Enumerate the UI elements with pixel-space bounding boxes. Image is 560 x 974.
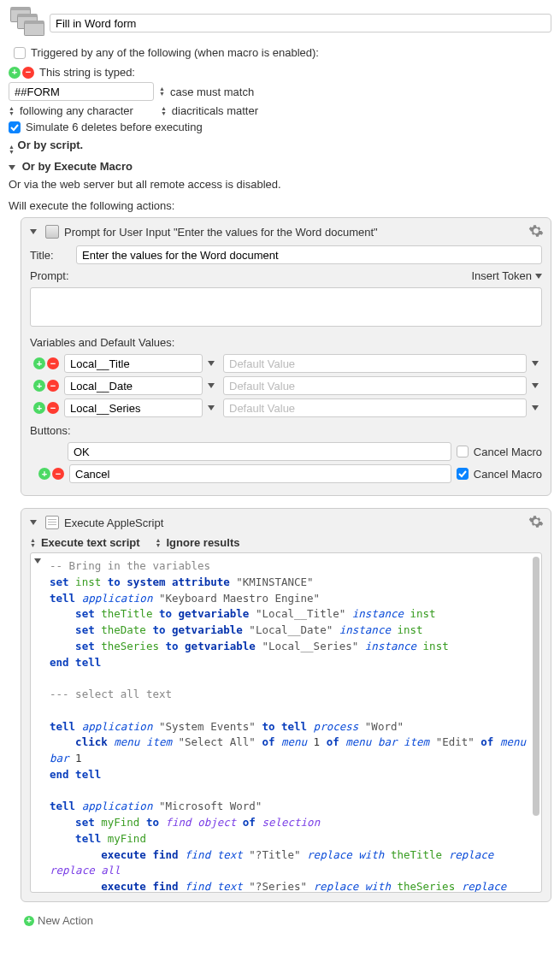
prompt-action: Prompt for User Input "Enter the values …	[21, 217, 551, 496]
cancel-macro-label-1: Cancel Macro	[474, 468, 542, 481]
following-selector[interactable]: ▲▼	[9, 106, 15, 116]
prompt-header: Prompt for User Input "Enter the values …	[64, 226, 378, 239]
button-add-remove-1[interactable]: +−	[38, 468, 64, 480]
script-action: Execute AppleScript ▲▼ Execute text scri…	[21, 508, 551, 902]
or-execute-macro-label: Or by Execute Macro	[22, 160, 133, 173]
var-value-dropdown-2[interactable]	[532, 405, 539, 410]
new-action-label: New Action	[38, 914, 93, 927]
or-script-selector[interactable]: ▲▼	[9, 145, 15, 155]
triggered-label: Triggered by any of the following (when …	[31, 46, 319, 59]
cancel-macro-checkbox-1[interactable]	[457, 468, 469, 480]
case-match-label: case must match	[170, 86, 254, 98]
new-action-button[interactable]: + New Action	[24, 914, 551, 927]
var-name-dropdown-0[interactable]	[208, 361, 215, 366]
var-value-1[interactable]	[223, 376, 527, 395]
trigger-string-field[interactable]	[9, 82, 154, 101]
var-value-dropdown-1[interactable]	[532, 383, 539, 388]
case-match-selector[interactable]: ▲▼	[159, 86, 165, 97]
insert-token-button[interactable]: Insert Token	[471, 269, 542, 282]
cancel-macro-checkbox-0[interactable]	[457, 446, 469, 457]
prompt-text-field[interactable]	[30, 287, 542, 327]
plus-icon[interactable]: +	[9, 67, 21, 79]
button-label-1[interactable]	[69, 464, 451, 483]
simulate-deletes-checkbox[interactable]	[9, 121, 21, 133]
title-label: Title:	[30, 249, 69, 262]
or-script-label: Or by script.	[18, 139, 84, 151]
add-remove-trigger[interactable]: + −	[9, 67, 34, 79]
script-header: Execute AppleScript	[64, 517, 163, 529]
triggered-checkbox[interactable]	[14, 47, 26, 59]
simulate-deletes-label: Simulate 6 deletes before executing	[26, 121, 203, 133]
script-mode-selector[interactable]: ▲▼	[30, 538, 36, 548]
gear-icon[interactable]	[528, 223, 544, 239]
var-name-dropdown-1[interactable]	[208, 383, 215, 388]
diacriticals-selector[interactable]: ▲▼	[161, 106, 167, 116]
gear-icon[interactable]	[528, 514, 544, 529]
var-value-dropdown-0[interactable]	[532, 361, 539, 366]
script-mode-label: Execute text script	[41, 536, 140, 549]
or-execute-macro-chevron[interactable]	[9, 165, 15, 170]
will-execute-label: Will execute the following actions:	[9, 199, 174, 212]
buttons-label: Buttons:	[30, 424, 542, 437]
var-name-1[interactable]	[64, 376, 203, 395]
script-icon	[45, 516, 59, 529]
var-name-0[interactable]	[64, 354, 203, 373]
cancel-macro-label-0: Cancel Macro	[474, 446, 542, 458]
prompt-label: Prompt:	[30, 269, 69, 282]
following-label: following any character	[20, 104, 133, 117]
collapse-chevron[interactable]	[30, 520, 37, 525]
var-name-2[interactable]	[64, 398, 203, 417]
button-label-0[interactable]	[68, 442, 451, 461]
plus-icon: +	[24, 916, 34, 926]
script-text[interactable]: -- Bring in the variables set inst to sy…	[30, 552, 542, 893]
var-value-2[interactable]	[223, 398, 527, 417]
scrollbar[interactable]	[533, 557, 539, 888]
or-web-label: Or via the web server but all remote acc…	[9, 178, 281, 191]
collapse-chevron[interactable]	[30, 229, 37, 234]
macro-name-field[interactable]	[50, 14, 551, 32]
script-results-selector[interactable]: ▲▼	[156, 538, 162, 548]
macro-icon	[9, 5, 44, 41]
var-add-remove-1[interactable]: +−	[33, 380, 59, 392]
minus-icon[interactable]: −	[22, 67, 34, 79]
var-add-remove-2[interactable]: +−	[33, 402, 59, 414]
var-add-remove-0[interactable]: +−	[33, 357, 59, 369]
var-value-0[interactable]	[223, 354, 527, 373]
var-name-dropdown-2[interactable]	[208, 405, 215, 410]
script-fold-chevron[interactable]	[34, 558, 41, 564]
title-field[interactable]	[76, 245, 542, 264]
script-results-label: Ignore results	[166, 536, 239, 549]
string-typed-label: This string is typed:	[39, 66, 135, 79]
dialog-icon	[45, 225, 59, 239]
diacriticals-label: diacriticals matter	[172, 104, 258, 117]
vars-label: Variables and Default Values:	[30, 336, 542, 349]
